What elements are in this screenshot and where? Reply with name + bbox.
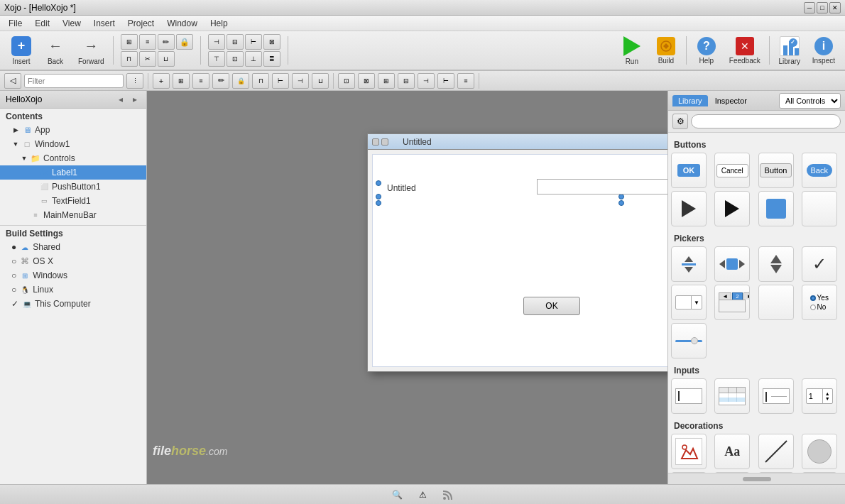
build-item-thiscomputer[interactable]: ✓ 💻 This Computer xyxy=(0,297,146,311)
ctrl-textfield-input[interactable] xyxy=(671,378,707,414)
ctrl-solid-triangle[interactable] xyxy=(714,191,750,226)
prev-nav-button[interactable]: ◂ xyxy=(115,94,126,105)
align-btn4[interactable]: ⊟ xyxy=(398,73,415,89)
ctrl-label-control[interactable]: Aa xyxy=(714,434,750,469)
panel-scrollbar[interactable] xyxy=(668,473,845,484)
align-btn6[interactable]: ⊢ xyxy=(437,73,454,89)
tree-item-pushbutton1[interactable]: ⬜ PushButton1 xyxy=(0,180,146,194)
search-status-icon[interactable]: 🔍 xyxy=(390,488,404,502)
help-button[interactable]: ? Help xyxy=(691,33,722,67)
add-item-button[interactable]: + xyxy=(153,73,170,89)
ctrl-blue-button[interactable]: Back xyxy=(802,153,837,188)
dialog-textfield[interactable] xyxy=(537,179,667,195)
paste-btn2[interactable]: ⊔ xyxy=(312,73,329,89)
edit-btn2[interactable]: ✏ xyxy=(212,73,229,89)
window-dialog[interactable]: Untitled _ □ ✕ xyxy=(367,133,667,372)
controls-dropdown[interactable]: All Controls xyxy=(779,93,841,109)
menu-view[interactable]: View xyxy=(57,17,87,30)
toggle-panel-button[interactable]: ◁ xyxy=(4,73,21,89)
gear-button[interactable]: ⚙ xyxy=(672,114,688,129)
toolbar-grid-btn[interactable]: ⊞ xyxy=(121,34,138,50)
tree-item-mainmenubar[interactable]: ≡ MainMenuBar xyxy=(0,208,146,222)
toolbar-align-bottom[interactable]: ⊥ xyxy=(245,51,262,67)
next-nav-button[interactable]: ▸ xyxy=(129,94,141,105)
copy-btn2[interactable]: ⊓ xyxy=(252,73,269,89)
grid-view-button[interactable]: ⊞ xyxy=(173,73,190,89)
run-button[interactable]: Run xyxy=(616,33,648,67)
toolbar-align-center[interactable]: ⊟ xyxy=(227,34,244,50)
filter-extra-btn[interactable]: ⋮ xyxy=(126,73,143,89)
tree-item-window1[interactable]: ▼ □ Window1 xyxy=(0,137,146,151)
cut-btn3[interactable]: ⊣ xyxy=(292,73,309,89)
toolbar-list-btn[interactable]: ≡ xyxy=(139,34,156,50)
ctrl-plain-button[interactable]: Button xyxy=(758,153,794,188)
tree-item-app[interactable]: ▶ 🖥 App xyxy=(0,123,146,137)
ctrl-play-button[interactable] xyxy=(671,191,707,226)
build-item-osx[interactable]: ○ ⌘ OS X xyxy=(0,254,146,268)
right-search-input[interactable] xyxy=(691,114,841,128)
ctrl-tab-control[interactable]: ◄ 2 ► xyxy=(714,285,750,320)
tree-item-label1[interactable]: Aa Label1 xyxy=(0,165,146,180)
toolbar-paste-btn[interactable]: ⊔ xyxy=(158,51,175,67)
align-btn3[interactable]: ⊞ xyxy=(378,73,395,89)
toolbar-align-middle[interactable]: ⊡ xyxy=(227,51,244,67)
list-view-button[interactable]: ≡ xyxy=(192,73,209,89)
osx-radio[interactable]: ○ xyxy=(11,256,16,266)
align-btn7[interactable]: ≡ xyxy=(457,73,474,89)
toolbar-align-right[interactable]: ⊢ xyxy=(245,34,262,50)
dialog-ok-button[interactable]: OK xyxy=(523,297,580,315)
ctrl-combo-box[interactable]: ▼ xyxy=(671,285,707,320)
build-button[interactable]: Build xyxy=(650,33,682,67)
ctrl-line[interactable] xyxy=(758,434,794,469)
ctrl-slider[interactable] xyxy=(671,323,707,358)
linux-radio[interactable]: ○ xyxy=(11,285,16,295)
build-item-windows[interactable]: ○ ⊞ Windows xyxy=(0,268,146,283)
toolbar-align-fill[interactable]: ⊠ xyxy=(263,34,280,50)
filter-input[interactable] xyxy=(24,74,124,88)
toolbar-align-space[interactable]: ≣ xyxy=(263,51,280,67)
warning-status-icon[interactable]: ⚠ xyxy=(415,488,430,502)
ctrl-checkmark[interactable]: ✓ xyxy=(802,246,837,282)
canvas-area[interactable]: Untitled _ □ ✕ xyxy=(147,91,667,484)
menu-insert[interactable]: Insert xyxy=(88,17,121,30)
library-button[interactable]: ✓ Library xyxy=(774,33,805,67)
rss-status-icon[interactable] xyxy=(441,488,455,502)
minimize-button[interactable]: ─ xyxy=(804,2,815,13)
toolbar-align-top[interactable]: ⊤ xyxy=(208,51,225,67)
menu-project[interactable]: Project xyxy=(122,17,160,30)
toolbar-copy-btn[interactable]: ⊓ xyxy=(121,51,138,67)
forward-button[interactable]: → Forward xyxy=(74,33,109,67)
ctrl-spinner[interactable]: 1 ▲ ▼ xyxy=(802,378,837,414)
menu-help[interactable]: Help xyxy=(205,17,234,30)
menu-file[interactable]: File xyxy=(3,17,28,30)
toolbar-align-left[interactable]: ⊣ xyxy=(208,34,225,50)
tree-item-textfield1[interactable]: ▭ TextField1 xyxy=(0,194,146,208)
close-button[interactable]: ✕ xyxy=(829,2,841,13)
maximize-button[interactable]: □ xyxy=(817,2,828,13)
menu-window[interactable]: Window xyxy=(161,17,203,30)
tab-inspector[interactable]: Inspector xyxy=(709,95,753,106)
build-item-linux[interactable]: ○ 🐧 Linux xyxy=(0,283,146,297)
ctrl-canvas[interactable] xyxy=(671,434,707,469)
feedback-button[interactable]: ✕ Feedback xyxy=(725,33,765,67)
ctrl-up-arrow[interactable] xyxy=(758,246,794,282)
ctrl-blue-rect[interactable] xyxy=(758,191,794,226)
cut-btn2[interactable]: ⊢ xyxy=(272,73,289,89)
tree-item-controls[interactable]: ▼ 📁 Controls xyxy=(0,151,146,165)
tab-library[interactable]: Library xyxy=(672,95,708,106)
inspector-button[interactable]: i Inspect xyxy=(808,33,839,67)
menu-edit[interactable]: Edit xyxy=(29,17,55,30)
ctrl-single-line[interactable] xyxy=(758,378,794,414)
insert-button[interactable]: + Insert xyxy=(6,33,37,67)
shared-radio[interactable]: ● xyxy=(11,242,16,252)
windows-radio[interactable]: ○ xyxy=(11,270,16,280)
thiscomputer-checkbox[interactable]: ✓ xyxy=(11,299,18,309)
ctrl-cancel-button[interactable]: Cancel xyxy=(714,153,750,188)
back-button[interactable]: ← Back xyxy=(40,33,71,67)
lock-btn2[interactable]: 🔒 xyxy=(232,73,249,89)
toolbar-lock-btn[interactable]: 🔒 xyxy=(176,34,193,50)
align-btn1[interactable]: ⊡ xyxy=(338,73,355,89)
ctrl-multicolumn[interactable] xyxy=(714,378,750,414)
ctrl-oval[interactable] xyxy=(802,434,837,469)
ctrl-updown-stepper[interactable] xyxy=(671,246,707,282)
